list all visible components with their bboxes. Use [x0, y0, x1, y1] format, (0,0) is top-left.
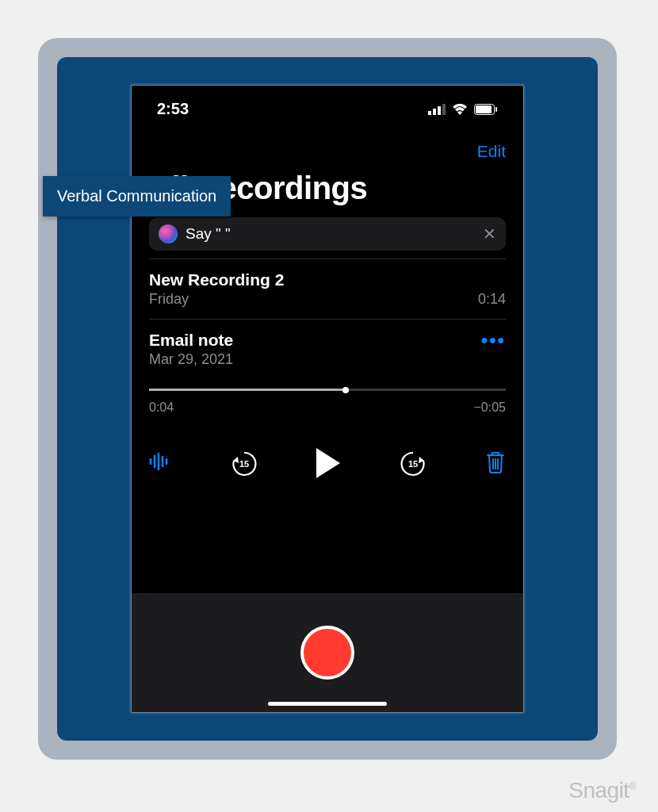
play-button[interactable]: [316, 448, 340, 478]
remaining-time: −0:05: [474, 400, 506, 415]
svg-text:15: 15: [239, 459, 248, 469]
status-icons: [428, 104, 498, 115]
wifi-icon: [452, 104, 468, 115]
recording-title: Email note: [149, 331, 233, 350]
record-button[interactable]: [300, 626, 354, 680]
svg-rect-0: [428, 111, 431, 115]
battery-icon: [474, 104, 498, 115]
playback-controls: 15 15: [132, 426, 523, 486]
svg-rect-2: [438, 106, 441, 115]
recording-item[interactable]: New Recording 2 Friday 0:14: [132, 259, 523, 319]
cellular-icon: [428, 104, 446, 115]
siri-text: Say " ": [186, 225, 475, 243]
playback-scrubber[interactable]: 0:04 −0:05: [149, 389, 506, 415]
svg-rect-5: [476, 105, 492, 113]
trash-icon[interactable]: [485, 450, 506, 477]
recording-item-expanded: Email note Mar 29, 2021 ••• 0:04 −0:05: [132, 320, 523, 426]
svg-rect-6: [495, 107, 497, 112]
skip-forward-button[interactable]: 15: [399, 449, 427, 477]
home-indicator[interactable]: [268, 702, 387, 706]
svg-rect-3: [442, 104, 446, 115]
record-bar: [132, 593, 523, 712]
recording-duration: 0:14: [478, 291, 506, 308]
status-time: 2:53: [157, 100, 189, 118]
recording-title: New Recording 2: [149, 270, 506, 289]
siri-icon: [159, 224, 178, 243]
recording-subtitle: Mar 29, 2021: [149, 351, 233, 368]
svg-rect-1: [433, 109, 436, 115]
annotation-badge: Verbal Communication: [43, 176, 231, 216]
inner-frame: Verbal Communication 2:53 Edit All Recor…: [57, 57, 598, 741]
more-icon[interactable]: •••: [481, 331, 506, 350]
skip-back-button[interactable]: 15: [230, 449, 258, 477]
elapsed-time: 0:04: [149, 400, 174, 415]
outer-frame: Verbal Communication 2:53 Edit All Recor…: [38, 38, 617, 760]
waveform-icon[interactable]: [149, 452, 171, 474]
edit-button[interactable]: Edit: [477, 142, 506, 161]
siri-suggestion[interactable]: Say " " ✕: [149, 217, 506, 251]
status-bar: 2:53: [132, 86, 523, 124]
recording-subtitle: Friday: [149, 291, 189, 308]
nav-row: Edit: [132, 124, 523, 167]
svg-text:15: 15: [407, 459, 417, 469]
watermark: Snagit®: [568, 778, 636, 803]
close-icon[interactable]: ✕: [483, 224, 496, 243]
